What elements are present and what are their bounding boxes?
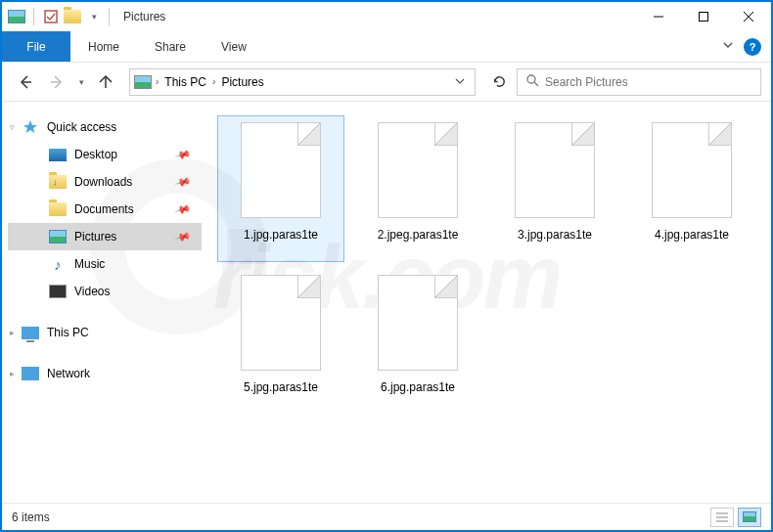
file-item[interactable]: 6.jpg.paras1te xyxy=(354,268,481,415)
sidebar-item-label: Pictures xyxy=(74,230,116,244)
sidebar-item-music[interactable]: ♪ Music xyxy=(8,250,202,278)
videos-icon xyxy=(49,284,67,299)
pin-icon: 📌 xyxy=(174,146,193,163)
desktop-icon xyxy=(49,147,67,162)
sidebar-item-label: Desktop xyxy=(74,148,117,161)
pictures-icon xyxy=(49,229,67,244)
pin-icon: 📌 xyxy=(174,228,193,245)
breadcrumb[interactable]: › This PC › Pictures xyxy=(129,68,476,96)
file-item[interactable]: 4.jpg.paras1te xyxy=(628,115,755,262)
status-text: 6 items xyxy=(12,510,50,524)
view-details-button[interactable] xyxy=(710,508,734,527)
up-button[interactable] xyxy=(92,68,119,96)
statusbar: 6 items xyxy=(2,503,771,530)
view-largeicons-button[interactable] xyxy=(738,508,761,527)
downloads-icon: ↓ xyxy=(49,174,67,190)
file-icon xyxy=(241,122,321,218)
chevron-right-icon[interactable]: › xyxy=(156,76,159,87)
file-icon xyxy=(515,122,595,218)
qat-separator xyxy=(33,8,34,25)
sidebar-item-pictures[interactable]: Pictures 📌 xyxy=(8,223,202,250)
breadcrumb-root-icon[interactable] xyxy=(134,75,152,89)
breadcrumb-dropdown-icon[interactable] xyxy=(449,75,471,89)
navbar: ▾ › This PC › Pictures xyxy=(2,63,771,102)
sidebar-quick-access[interactable]: ▿ Quick access xyxy=(8,113,202,141)
sidebar-this-pc[interactable]: ▸ This PC xyxy=(8,319,202,346)
maximize-button[interactable] xyxy=(681,2,726,31)
file-name: 3.jpg.paras1te xyxy=(518,228,592,242)
ribbon-collapse-icon[interactable] xyxy=(722,39,734,54)
breadcrumb-pictures[interactable]: Pictures xyxy=(219,75,265,89)
expand-icon[interactable]: ▸ xyxy=(10,328,20,337)
sidebar-item-downloads[interactable]: ↓ Downloads 📌 xyxy=(8,168,202,196)
file-icon xyxy=(241,275,321,371)
tab-view[interactable]: View xyxy=(204,31,264,62)
svg-line-9 xyxy=(534,82,538,86)
ribbon: File Home Share View ? xyxy=(2,31,771,63)
star-icon xyxy=(22,119,39,135)
expand-icon[interactable]: ▿ xyxy=(10,122,20,132)
titlebar: ▾ Pictures xyxy=(2,2,771,31)
help-icon[interactable]: ? xyxy=(744,38,761,56)
sidebar-item-label: Documents xyxy=(74,202,134,216)
recent-dropdown[interactable]: ▾ xyxy=(74,68,88,96)
minimize-button[interactable] xyxy=(636,2,681,31)
back-button[interactable] xyxy=(12,68,39,96)
file-name: 1.jpg.paras1te xyxy=(244,228,318,242)
file-name: 2.jpeg.paras1te xyxy=(378,228,459,242)
app-icon xyxy=(8,8,25,25)
tab-share[interactable]: Share xyxy=(137,31,204,62)
sidebar-item-label: Videos xyxy=(74,285,110,298)
file-item[interactable]: 3.jpg.paras1te xyxy=(491,115,618,262)
files-area[interactable]: 1.jpg.paras1te 2.jpeg.paras1te 3.jpg.par… xyxy=(207,102,771,503)
sidebar-item-documents[interactable]: Documents 📌 xyxy=(8,196,202,223)
qat-newfolder-icon[interactable] xyxy=(64,8,81,25)
svg-rect-2 xyxy=(700,13,708,22)
file-icon xyxy=(652,122,732,218)
documents-icon xyxy=(49,201,67,217)
pin-icon: 📌 xyxy=(174,173,193,191)
sidebar-item-videos[interactable]: Videos xyxy=(8,278,202,305)
svg-point-8 xyxy=(527,75,535,83)
network-icon xyxy=(22,366,39,381)
file-name: 4.jpg.paras1te xyxy=(655,228,729,242)
chevron-right-icon[interactable]: › xyxy=(212,76,215,87)
sidebar: ▿ Quick access Desktop 📌 ↓ Downloads 📌 D… xyxy=(2,102,207,503)
file-item[interactable]: 5.jpg.paras1te xyxy=(217,268,344,415)
sidebar-item-label: Quick access xyxy=(47,120,116,134)
pin-icon: 📌 xyxy=(174,200,193,218)
file-name: 5.jpg.paras1te xyxy=(244,380,318,394)
file-tab[interactable]: File xyxy=(2,31,70,62)
file-item[interactable]: 1.jpg.paras1te xyxy=(217,115,344,262)
qat-dropdown-icon[interactable]: ▾ xyxy=(85,8,103,25)
search-box[interactable] xyxy=(517,68,761,96)
window-title: Pictures xyxy=(123,10,165,23)
sidebar-item-desktop[interactable]: Desktop 📌 xyxy=(8,141,202,168)
sidebar-network[interactable]: ▸ Network xyxy=(8,360,202,387)
music-icon: ♪ xyxy=(49,256,67,272)
sidebar-item-label: Downloads xyxy=(74,175,132,189)
sidebar-item-label: Music xyxy=(74,257,105,271)
svg-rect-0 xyxy=(45,11,57,22)
qat-properties-icon[interactable] xyxy=(42,8,60,25)
sidebar-item-label: This PC xyxy=(47,326,89,339)
pc-icon xyxy=(22,325,39,340)
close-button[interactable] xyxy=(726,2,771,31)
tab-home[interactable]: Home xyxy=(70,31,137,62)
sidebar-item-label: Network xyxy=(47,367,90,380)
file-icon xyxy=(378,122,458,218)
file-name: 6.jpg.paras1te xyxy=(381,380,455,394)
file-item[interactable]: 2.jpeg.paras1te xyxy=(354,115,481,262)
refresh-button[interactable] xyxy=(485,68,513,96)
forward-button[interactable] xyxy=(43,68,70,96)
expand-icon[interactable]: ▸ xyxy=(10,369,20,378)
breadcrumb-thispc[interactable]: This PC xyxy=(162,75,208,89)
search-input[interactable] xyxy=(545,75,752,89)
title-separator xyxy=(109,8,110,25)
file-icon xyxy=(378,275,458,371)
search-icon xyxy=(525,73,539,90)
